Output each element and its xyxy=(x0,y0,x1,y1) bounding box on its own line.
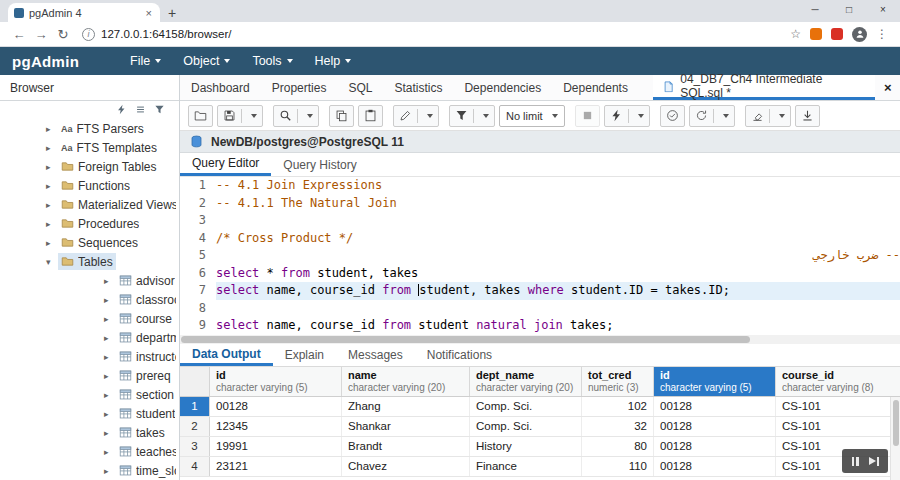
cell[interactable]: 00128 xyxy=(654,417,776,436)
sidebar-item-functions[interactable]: ▸Functions xyxy=(0,176,179,195)
sidebar-item-materialized-views[interactable]: ▸Materialized Views xyxy=(0,195,179,214)
chevron-right-icon[interactable]: ▸ xyxy=(46,181,58,191)
sidebar-item-fts-templates[interactable]: ▸AaFTS Templates xyxy=(0,138,179,157)
menu-file[interactable]: File xyxy=(119,47,172,75)
tab-messages[interactable]: Messages xyxy=(336,344,415,366)
clear-button[interactable] xyxy=(745,105,791,127)
chevron-down-icon[interactable]: ▾ xyxy=(46,257,58,267)
new-tab-button[interactable]: + xyxy=(168,5,176,21)
menu-object[interactable]: Object xyxy=(172,47,241,75)
sql-line-9[interactable]: 9select name, course_id from student nat… xyxy=(180,317,900,335)
sql-line-7[interactable]: 7select name, course_id from student, ta… xyxy=(180,282,900,300)
sidebar-item-foreign-tables[interactable]: ▸Foreign Tables xyxy=(0,157,179,176)
tab-query-history[interactable]: Query History xyxy=(271,153,368,176)
cell[interactable]: 00128 xyxy=(654,397,776,416)
tab-close-icon[interactable]: × xyxy=(144,7,154,19)
row-limit-select[interactable]: No limit xyxy=(499,105,565,127)
sql-line-1[interactable]: 1-- 4.1 Join Expressions xyxy=(180,177,900,195)
tab-dependencies[interactable]: Dependencies xyxy=(453,75,552,100)
rollback-dropdown[interactable] xyxy=(713,109,729,123)
profile-avatar[interactable] xyxy=(852,27,867,42)
cell[interactable]: 32 xyxy=(582,417,654,436)
sidebar-item-instructor[interactable]: ▸instructor xyxy=(0,347,179,366)
chevron-right-icon[interactable]: ▸ xyxy=(46,143,58,153)
column-header-id-4[interactable]: idcharacter varying (5) xyxy=(654,367,776,396)
chevron-right-icon[interactable]: ▸ xyxy=(104,276,116,286)
cell[interactable]: Comp. Sci. xyxy=(470,397,582,416)
cell[interactable]: Shankar xyxy=(342,417,470,436)
menu-tools[interactable]: Tools xyxy=(241,47,303,75)
address-bar[interactable]: 127.0.0.1:64158/browser/ xyxy=(101,28,790,40)
column-header-id-0[interactable]: idcharacter varying (5) xyxy=(210,367,342,396)
sidebar-item-student[interactable]: ▸student xyxy=(0,404,179,423)
sidebar-item-time-slot[interactable]: ▸time_slot xyxy=(0,461,179,480)
chevron-right-icon[interactable]: ▸ xyxy=(104,333,116,343)
sidebar-item-fts-parsers[interactable]: ▸AaFTS Parsers xyxy=(0,119,179,138)
chevron-right-icon[interactable]: ▸ xyxy=(104,466,116,476)
chevron-right-icon[interactable]: ▸ xyxy=(104,428,116,438)
edit-dropdown[interactable] xyxy=(417,109,433,123)
sql-line-6[interactable]: 6select * from student, takes xyxy=(180,265,900,283)
sidebar-item-section[interactable]: ▸section xyxy=(0,385,179,404)
lightning-icon[interactable] xyxy=(116,104,127,119)
edit-button[interactable] xyxy=(393,105,439,127)
copy-button[interactable] xyxy=(329,105,354,127)
grid-corner-cell[interactable] xyxy=(180,367,210,396)
filter-icon[interactable] xyxy=(154,104,165,119)
cell[interactable]: Chavez xyxy=(342,457,470,476)
rollback-button[interactable] xyxy=(689,105,735,127)
cell[interactable]: 80 xyxy=(582,437,654,456)
filter-button[interactable] xyxy=(449,105,495,127)
sidebar-item-takes[interactable]: ▸takes xyxy=(0,423,179,442)
chevron-right-icon[interactable]: ▸ xyxy=(104,409,116,419)
chevron-right-icon[interactable]: ▸ xyxy=(104,371,116,381)
bookmark-star-icon[interactable]: ☆ xyxy=(790,27,801,41)
window-minimize-button[interactable]: ─ xyxy=(798,0,832,22)
site-info-icon[interactable]: i xyxy=(82,28,95,41)
chevron-right-icon[interactable]: ▸ xyxy=(46,162,58,172)
scrollbar-thumb[interactable] xyxy=(181,336,750,343)
sql-line-8[interactable]: 8 xyxy=(180,300,900,318)
open-file-button[interactable] xyxy=(188,105,213,127)
cell[interactable]: Brandt xyxy=(342,437,470,456)
extension-icon[interactable] xyxy=(810,28,822,40)
cell[interactable]: Zhang xyxy=(342,397,470,416)
editor-horizontal-scrollbar[interactable] xyxy=(180,335,900,344)
scrollbar-thumb[interactable] xyxy=(893,400,899,446)
cell[interactable]: 23121 xyxy=(210,457,342,476)
row-number[interactable]: 1 xyxy=(180,397,210,416)
sql-line-5[interactable]: 5-- ضرب خارجي xyxy=(180,247,900,265)
cell[interactable]: 00128 xyxy=(654,457,776,476)
sidebar-item-prereq[interactable]: ▸prereq xyxy=(0,366,179,385)
chevron-right-icon[interactable]: ▸ xyxy=(46,124,58,134)
forward-button[interactable]: → xyxy=(30,27,52,42)
row-number[interactable]: 2 xyxy=(180,417,210,436)
column-header-dept-name-2[interactable]: dept_namecharacter varying (20) xyxy=(470,367,582,396)
row-number[interactable]: 4 xyxy=(180,457,210,476)
pause-icon[interactable] xyxy=(851,457,860,466)
tab-dependents[interactable]: Dependents xyxy=(552,75,639,100)
sidebar-item-course[interactable]: ▸course xyxy=(0,309,179,328)
chevron-right-icon[interactable]: ▸ xyxy=(104,447,116,457)
tab-explain[interactable]: Explain xyxy=(273,344,336,366)
sidebar-item-tables[interactable]: ▾Tables xyxy=(0,252,179,271)
panel-close-button[interactable]: × xyxy=(875,75,900,100)
sql-line-3[interactable]: 3 xyxy=(180,212,900,230)
paste-button[interactable] xyxy=(358,105,383,127)
tab-properties[interactable]: Properties xyxy=(261,75,338,100)
cell[interactable]: 102 xyxy=(582,397,654,416)
sidebar-item-classroom[interactable]: ▸classroom xyxy=(0,290,179,309)
cell[interactable]: History xyxy=(470,437,582,456)
execute-dropdown[interactable] xyxy=(628,109,644,123)
skip-next-icon[interactable] xyxy=(869,457,880,466)
cell[interactable]: CS-101 xyxy=(776,417,900,436)
column-header-tot-cred-3[interactable]: tot_crednumeric (3) xyxy=(582,367,654,396)
window-maximize-button[interactable]: □ xyxy=(832,0,866,22)
cell[interactable]: Comp. Sci. xyxy=(470,417,582,436)
chevron-right-icon[interactable]: ▸ xyxy=(46,219,58,229)
back-button[interactable]: ← xyxy=(8,27,30,42)
menu-help[interactable]: Help xyxy=(304,47,363,75)
sidebar-item-procedures[interactable]: ▸Procedures xyxy=(0,214,179,233)
cell[interactable]: Finance xyxy=(470,457,582,476)
search-dropdown[interactable] xyxy=(297,109,313,123)
